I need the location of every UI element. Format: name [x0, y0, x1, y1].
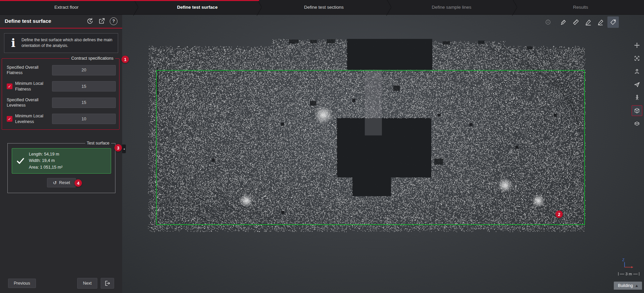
field-row-specified-overall-levelness: Specified Overall Levelness: [7, 97, 116, 108]
viewport[interactable]: 3 m Z Building ▲ ◂: [122, 14, 644, 293]
annotate-pencil-icon[interactable]: [583, 16, 594, 28]
chevron-separator-icon: [133, 0, 138, 14]
orbit-point-icon[interactable]: [542, 16, 554, 28]
export-icon[interactable]: [98, 17, 105, 25]
specified-overall-flatness-input[interactable]: [52, 65, 116, 75]
wizard-step-label: Results: [573, 5, 588, 10]
fit-view-icon[interactable]: [632, 53, 642, 64]
specified-overall-levelness-input[interactable]: [52, 98, 116, 108]
wizard-step-label: Define test surface: [177, 5, 218, 10]
wizard-step-define-test-sections[interactable]: Define test sections: [262, 0, 386, 14]
field-row-minimum-local-flatness: ✓ Minimum Local Flatness: [7, 81, 116, 92]
measure-point-icon[interactable]: [558, 16, 569, 28]
finish-button[interactable]: [101, 278, 114, 289]
test-surface-width: Width: 19,4 m: [29, 158, 62, 164]
field-label: Specified Overall Flatness: [7, 65, 52, 76]
test-surface-group: Test surface Length: 54,19 m Width: 19,4…: [7, 143, 115, 193]
info-icon: i: [11, 37, 15, 49]
help-icon[interactable]: ?: [110, 17, 117, 25]
annotation-badge-1: 1: [121, 56, 129, 63]
view-toolbar: [632, 40, 642, 129]
field-row-minimum-local-levelness: ✓ Minimum Local Levelness: [7, 113, 116, 124]
minimum-local-levelness-checkbox[interactable]: ✓: [7, 116, 12, 122]
scale-bar: 3 m: [618, 272, 639, 276]
chevron-separator-icon: [386, 0, 391, 14]
minimum-local-flatness-checkbox[interactable]: ✓: [7, 83, 12, 89]
field-label: Minimum Local Flatness: [15, 81, 52, 92]
test-surface-result-box: Length: 54,19 m Width: 19,4 m Area: 1 05…: [12, 148, 111, 174]
pan-icon[interactable]: [632, 40, 642, 51]
tag-icon[interactable]: [607, 16, 619, 28]
axis-gizmo: Z: [621, 257, 635, 271]
test-surface-area: Area: 1 051,15 m²: [29, 164, 62, 171]
contract-specifications-group: Contract specifications Specified Overal…: [2, 58, 119, 130]
question-mark-glyph: ?: [110, 17, 117, 25]
next-button[interactable]: Next: [77, 278, 97, 289]
chevron-separator-icon: [256, 0, 262, 14]
measure-distance-icon[interactable]: [570, 16, 582, 28]
wizard-progress-line: [0, 0, 259, 1]
scale-tick: [618, 272, 618, 276]
wizard-step-results: Results: [517, 0, 644, 14]
wizard-step-extract-floor[interactable]: Extract floor: [0, 0, 133, 14]
test-surface-length: Length: 54,19 m: [29, 151, 62, 158]
first-person-icon[interactable]: [632, 66, 642, 77]
collapse-panel-handle[interactable]: ◂: [122, 144, 126, 153]
panel-header: Define test surface ?: [0, 14, 122, 28]
wizard-bar: Extract floor Define test surface Define…: [0, 0, 644, 15]
left-panel: Define test surface ? i: [0, 14, 122, 293]
wizard-step-label: Define sample lines: [432, 5, 472, 10]
annotation-badge-2: 2: [555, 211, 563, 218]
minimum-local-flatness-input[interactable]: [52, 81, 116, 92]
section-box-icon[interactable]: [632, 118, 642, 129]
wizard-step-label: Define test sections: [304, 5, 344, 10]
wizard-step-label: Extract floor: [54, 5, 79, 10]
reset-button[interactable]: ↺ Reset: [47, 178, 76, 187]
reset-label: Reset: [59, 180, 70, 185]
building-selector[interactable]: Building ▲: [614, 282, 642, 290]
axis-x-arrow-icon: [631, 266, 633, 268]
exit-icon: [104, 280, 111, 287]
field-label: Specified Overall Levelness: [7, 97, 52, 108]
panel-title: Define test surface: [5, 18, 86, 24]
annotation-badge-3: 3: [114, 144, 122, 152]
fly-icon[interactable]: [632, 79, 642, 90]
history-icon[interactable]: [86, 17, 94, 25]
info-text: Define the test surface which also defin…: [21, 37, 113, 49]
annotation-badge-4: 4: [75, 179, 82, 187]
building-label: Building: [618, 283, 633, 288]
reset-icon: ↺: [53, 180, 57, 185]
scale-line: [620, 274, 624, 274]
panel-footer: Previous Next: [0, 278, 122, 289]
group-label: Contract specifications: [69, 56, 115, 61]
annotate-wave-pencil-icon[interactable]: [595, 16, 606, 28]
scale-line: [633, 274, 638, 274]
field-row-specified-overall-flatness: Specified Overall Flatness: [7, 65, 116, 76]
wizard-step-define-sample-lines: Define sample lines: [391, 0, 512, 14]
wizard-step-define-test-surface[interactable]: Define test surface: [138, 0, 256, 14]
previous-button[interactable]: Previous: [8, 279, 36, 288]
axis-z-label: Z: [622, 258, 625, 262]
scale-label: 3 m: [626, 272, 632, 276]
test-surface-rectangle[interactable]: [156, 70, 585, 225]
walk-icon[interactable]: [632, 92, 642, 103]
caret-up-icon: ▲: [636, 284, 638, 287]
top-view-cube-icon[interactable]: [632, 105, 642, 116]
minimum-local-levelness-input[interactable]: [52, 114, 116, 124]
group-label: Test surface: [85, 141, 111, 145]
scale-tick: [639, 272, 639, 276]
chevron-separator-icon: [512, 0, 517, 14]
info-box: i Define the test surface which also def…: [4, 33, 118, 53]
measure-toolbar: [542, 16, 619, 28]
field-label: Minimum Local Levelness: [15, 113, 52, 124]
checkmark-icon: [16, 157, 25, 165]
